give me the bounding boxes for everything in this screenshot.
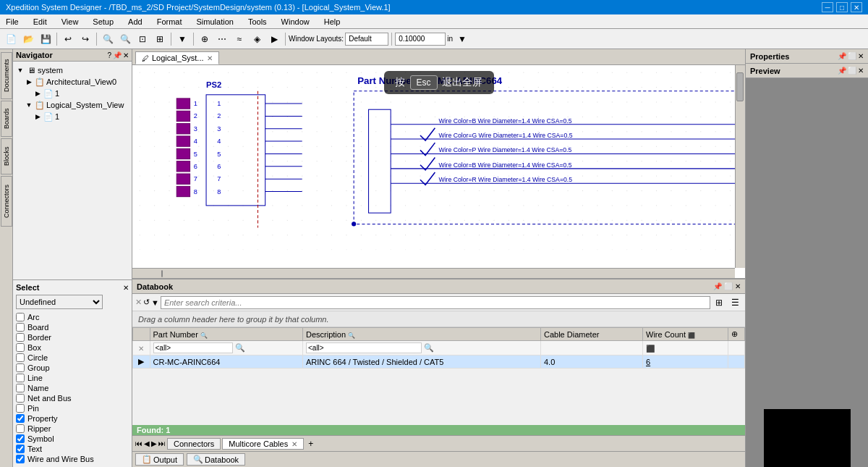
- schema-vertical-scrollbar[interactable]: [735, 65, 745, 268]
- nav-next-button[interactable]: ▶: [151, 439, 157, 447]
- navigator-help-button[interactable]: ?: [107, 51, 111, 59]
- preview-pin-icon[interactable]: 📌: [838, 67, 846, 75]
- col-header-wire-count[interactable]: Wire Count ⬛: [643, 328, 728, 341]
- col-header-cable-diameter[interactable]: Cable Diameter: [541, 328, 643, 341]
- checkbox-line-input[interactable]: [16, 374, 25, 382]
- filter-clear-icon[interactable]: ✕: [138, 345, 144, 353]
- menu-simulation[interactable]: Simulation: [194, 17, 237, 27]
- zoom-value-input[interactable]: [395, 33, 446, 46]
- nav-last-button[interactable]: ⏭: [158, 439, 166, 447]
- maximize-button[interactable]: □: [836, 2, 848, 12]
- checkbox-wire-bus-input[interactable]: [16, 455, 25, 463]
- add-net-button[interactable]: ≈: [231, 31, 247, 47]
- checkbox-group-input[interactable]: [16, 363, 25, 372]
- databook-float-icon[interactable]: ⬜: [724, 282, 733, 290]
- preview-close-icon[interactable]: ✕: [858, 67, 864, 75]
- window-layouts-input[interactable]: [345, 33, 388, 46]
- menu-window[interactable]: Window: [278, 17, 312, 27]
- menu-view[interactable]: View: [59, 17, 82, 27]
- properties-close-icon[interactable]: ✕: [858, 52, 864, 60]
- zoom-out-button[interactable]: 🔍: [117, 31, 133, 47]
- add-pin-button[interactable]: ◈: [249, 31, 265, 47]
- nav-prev-button[interactable]: ◀: [144, 439, 150, 447]
- databook-list-view-button[interactable]: ☰: [728, 295, 742, 310]
- navigator-pin-button[interactable]: 📌: [113, 51, 122, 59]
- minimize-button[interactable]: ─: [822, 2, 833, 12]
- checkbox-property-input[interactable]: [16, 414, 25, 423]
- open-button[interactable]: 📂: [20, 31, 36, 47]
- add-wire-button[interactable]: ⋯: [214, 31, 230, 47]
- new-button[interactable]: 📄: [3, 31, 19, 47]
- col-header-expand[interactable]: ⊕: [728, 328, 745, 341]
- filter-input-description[interactable]: [306, 342, 422, 353]
- add-component-button[interactable]: ⊕: [197, 31, 213, 47]
- db-tab-connectors[interactable]: Connectors: [167, 438, 221, 450]
- col-header-part-number[interactable]: Part Number 🔍: [150, 328, 303, 341]
- preview-float-icon[interactable]: ⬜: [848, 67, 856, 75]
- db-tab-multicore-close-icon[interactable]: ✕: [292, 440, 297, 448]
- sidebar-tab-blocks[interactable]: Blocks: [1, 138, 12, 174]
- checkbox-symbol-input[interactable]: [16, 434, 25, 443]
- schema-area[interactable]: 按 Esc 退出全屏 PS2: [132, 65, 745, 279]
- close-button[interactable]: ✕: [851, 2, 862, 12]
- menu-file[interactable]: File: [3, 17, 22, 27]
- databook-dropdown-icon[interactable]: ▼: [151, 298, 159, 307]
- checkbox-name-input[interactable]: [16, 384, 25, 392]
- sidebar-tab-documents[interactable]: Documents: [1, 52, 12, 99]
- filter-input-part-number[interactable]: [153, 342, 233, 353]
- tree-item-logical-view[interactable]: ▼ 📋 Logical_System_View: [16, 99, 129, 111]
- checkbox-board-input[interactable]: [16, 323, 25, 332]
- select-dropdown[interactable]: Undefined: [16, 295, 103, 309]
- databook-clear-icon[interactable]: ✕: [135, 298, 142, 307]
- tree-item-system[interactable]: ▼ 🖥 system: [16, 64, 129, 76]
- checkbox-arc-input[interactable]: [16, 313, 25, 321]
- databook-output-button[interactable]: 🔍 Databook: [187, 453, 245, 466]
- schema-canvas[interactable]: PS2 1 2 3 4 5: [132, 65, 745, 278]
- tree-item-arch-view[interactable]: ▶ 📋 Architectural_View0: [16, 76, 129, 88]
- checkbox-ripper-input[interactable]: [16, 424, 25, 433]
- checkbox-net-bus-input[interactable]: [16, 394, 25, 403]
- checkbox-text-input[interactable]: [16, 445, 25, 453]
- properties-float-icon[interactable]: ⬜: [848, 52, 856, 60]
- sidebar-tab-boards[interactable]: Boards: [1, 101, 12, 137]
- databook-refresh-icon[interactable]: ↺: [143, 298, 150, 307]
- databook-table-wrapper[interactable]: Part Number 🔍 Description 🔍 Cable Diamet…: [132, 327, 745, 425]
- properties-pin-icon[interactable]: 📌: [838, 52, 846, 60]
- col-header-description[interactable]: Description 🔍: [303, 328, 541, 341]
- zoom-select-button[interactable]: ⊞: [152, 31, 168, 47]
- checkbox-box-input[interactable]: [16, 343, 25, 352]
- zoom-dropdown-button[interactable]: ▼: [454, 31, 470, 47]
- scrollbar-thumb-v[interactable]: [736, 72, 744, 101]
- databook-grid-view-button[interactable]: ⊞: [712, 295, 726, 310]
- zoom-fit-button[interactable]: ⊡: [135, 31, 150, 47]
- checkbox-border-input[interactable]: [16, 333, 25, 342]
- navigator-close-button[interactable]: ✕: [123, 51, 129, 59]
- output-button[interactable]: 📋 Output: [135, 453, 184, 466]
- nav-first-button[interactable]: ⏮: [135, 439, 142, 447]
- db-tab-add-icon[interactable]: +: [305, 439, 316, 449]
- sidebar-tab-connectors[interactable]: Connectors: [1, 176, 12, 227]
- db-tab-multicore-cables[interactable]: Multicore Cables ✕: [222, 438, 304, 450]
- menu-help[interactable]: Help: [321, 17, 344, 27]
- menu-edit[interactable]: Edit: [30, 17, 50, 27]
- databook-pin-icon[interactable]: 📌: [713, 282, 722, 290]
- tree-item-logical-1[interactable]: ▶ 📄 1: [16, 111, 129, 122]
- tab-close-icon[interactable]: ✕: [207, 54, 213, 62]
- tab-logical-sys[interactable]: 🖊 Logical_Syst... ✕: [135, 51, 219, 64]
- databook-search-input[interactable]: [161, 296, 710, 309]
- table-row-1[interactable]: ▶ CR-MC-ARINC664 ARINC 664 / Twisted / S…: [133, 355, 745, 369]
- save-button[interactable]: 💾: [38, 31, 54, 47]
- tree-item-arch-1[interactable]: ▶ 📄 1: [16, 88, 129, 99]
- menu-add[interactable]: Add: [125, 17, 145, 27]
- menu-format[interactable]: Format: [154, 17, 185, 27]
- zoom-in-button[interactable]: 🔍: [100, 31, 116, 47]
- menu-setup[interactable]: Setup: [90, 17, 116, 27]
- filter-button[interactable]: ▼: [174, 31, 190, 47]
- run-button[interactable]: ▶: [266, 31, 282, 47]
- scrollbar-thumb-h[interactable]: [161, 270, 163, 277]
- redo-button[interactable]: ↪: [77, 31, 93, 47]
- databook-close-icon[interactable]: ✕: [735, 282, 741, 290]
- schema-horizontal-scrollbar[interactable]: [132, 268, 735, 278]
- undo-button[interactable]: ↩: [60, 31, 76, 47]
- checkbox-pin-input[interactable]: [16, 404, 25, 413]
